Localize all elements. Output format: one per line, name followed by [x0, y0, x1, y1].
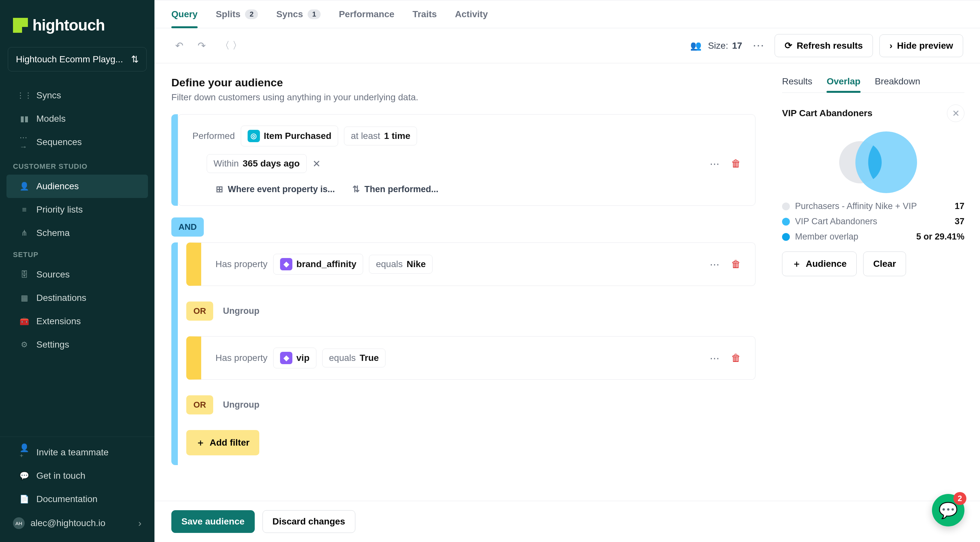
equals-chip-nike[interactable]: equals Nike: [369, 255, 433, 274]
nav-models[interactable]: ▮▮Models: [6, 107, 148, 131]
delete-rule-button[interactable]: 🗑: [731, 158, 741, 169]
nav-sources[interactable]: 🗄Sources: [6, 263, 148, 286]
sequences-icon: ⋯→: [19, 137, 29, 147]
preview-tab-results[interactable]: Results: [782, 76, 812, 92]
discard-changes-button[interactable]: Discard changes: [262, 510, 355, 533]
delete-rule-button-3[interactable]: 🗑: [731, 352, 741, 363]
nav-contact[interactable]: 💬Get in touch: [6, 464, 148, 488]
invite-icon: 👤⁺: [19, 448, 29, 457]
size-display: Size: 17: [708, 41, 742, 51]
syncs-icon: ⋮⋮: [19, 91, 29, 100]
brand-name: hightouch: [32, 16, 105, 34]
event-chip[interactable]: ◎Item Purchased: [241, 126, 339, 147]
builder-subtitle: Filter down customers using anything in …: [171, 92, 756, 102]
legend-dot-icon: [782, 233, 790, 241]
legend-dot-icon: [782, 218, 790, 226]
tab-splits[interactable]: Splits2: [216, 0, 258, 28]
chevron-right-icon: ›: [889, 41, 892, 51]
toolbar: ↶ ↷ 〈 〉 👥 Size: 17 ⋯ ⟳Refresh results ›H…: [154, 28, 980, 63]
add-filter-button[interactable]: ＋Add filter: [186, 430, 259, 455]
workspace-name: Hightouch Ecomm Playg...: [16, 54, 123, 65]
redo-button[interactable]: ↷: [194, 37, 210, 54]
code-toggle-button[interactable]: 〈 〉: [216, 37, 246, 55]
property-chip-vip[interactable]: ◆vip: [273, 348, 316, 368]
user-menu[interactable]: AH alec@hightouch.io ›: [0, 511, 154, 536]
nav-audiences[interactable]: 👤Audiences: [6, 175, 148, 198]
property-icon: ◆: [280, 352, 293, 364]
nav-schema[interactable]: ⋔Schema: [6, 222, 148, 245]
main-tabs: Query Splits2 Syncs1 Performance Traits …: [154, 0, 980, 28]
nav-extensions[interactable]: 🧰Extensions: [6, 309, 148, 333]
footer: Save audience Discard changes: [154, 501, 980, 542]
sidebar-bottom: 👤⁺Invite a teammate 💬Get in touch 📄Docum…: [0, 437, 154, 542]
legend-dot-icon: [782, 202, 790, 210]
rule-card-brand-affinity: Has property ◆brand_affinity equals Nike…: [186, 242, 756, 286]
preview-tab-overlap[interactable]: Overlap: [827, 76, 860, 92]
event-icon: ◎: [248, 130, 260, 142]
property-chip-brand-affinity[interactable]: ◆brand_affinity: [273, 254, 363, 274]
nav-syncs[interactable]: ⋮⋮Syncs: [6, 84, 148, 107]
rule-more-menu[interactable]: ⋯: [710, 158, 719, 169]
nav-settings[interactable]: ⚙Settings: [6, 333, 148, 356]
preview-tab-breakdown[interactable]: Breakdown: [875, 76, 920, 92]
add-audience-button[interactable]: ＋Audience: [782, 252, 857, 276]
user-avatar: AH: [13, 517, 25, 529]
save-audience-button[interactable]: Save audience: [171, 510, 255, 533]
extensions-icon: 🧰: [19, 316, 29, 326]
workspace-selector[interactable]: Hightouch Ecomm Playg... ⇅: [8, 47, 147, 72]
refresh-icon: ⟳: [785, 40, 792, 51]
overlap-legend: Purchasers - Affinity Nike + VIP17 VIP C…: [782, 201, 964, 242]
sources-icon: 🗄: [19, 270, 29, 279]
clear-button[interactable]: Clear: [863, 252, 906, 276]
close-overlap-button[interactable]: ✕: [947, 105, 964, 122]
tab-query[interactable]: Query: [171, 0, 197, 28]
or-connector-2[interactable]: OR: [186, 395, 213, 414]
more-menu[interactable]: ⋯: [749, 39, 768, 53]
chat-icon: 💬: [939, 501, 958, 520]
people-icon: 👥: [690, 40, 702, 51]
nav-docs[interactable]: 📄Documentation: [6, 488, 148, 511]
rule-group-2: Has property ◆brand_affinity equals Nike…: [171, 242, 756, 465]
and-connector[interactable]: AND: [171, 217, 204, 237]
hide-preview-button[interactable]: ›Hide preview: [880, 34, 963, 57]
or-connector-1[interactable]: OR: [186, 301, 213, 320]
intercom-launcher[interactable]: 💬 2: [932, 494, 964, 526]
rule-card-vip: Has property ◆vip equals True ⋯ 🗑: [186, 336, 756, 380]
logo[interactable]: hightouch: [0, 0, 154, 47]
refresh-results-button[interactable]: ⟳Refresh results: [775, 34, 873, 57]
nav-sequences[interactable]: ⋯→Sequences: [6, 131, 148, 154]
performed-label: Performed: [192, 131, 235, 141]
tab-traits[interactable]: Traits: [412, 0, 437, 28]
rule-card-performed: Performed ◎Item Purchased at least 1 tim…: [178, 114, 756, 206]
nav-priority-lists[interactable]: ≡Priority lists: [6, 198, 148, 222]
chat-icon: 💬: [19, 471, 29, 481]
venn-diagram: [782, 130, 964, 195]
plus-icon: ＋: [792, 258, 801, 270]
then-performed-button[interactable]: ⇅Then performed...: [352, 184, 438, 194]
tab-performance[interactable]: Performance: [339, 0, 394, 28]
chevron-updown-icon: ⇅: [131, 54, 138, 65]
property-icon: ◆: [280, 258, 293, 270]
filter-icon: ⇅: [352, 184, 360, 194]
equals-chip-true[interactable]: equals True: [322, 349, 386, 367]
destinations-icon: ▦: [19, 293, 29, 303]
has-property-label-1: Has property: [215, 259, 267, 269]
frequency-chip[interactable]: at least 1 time: [344, 127, 417, 145]
nav-invite[interactable]: 👤⁺Invite a teammate: [6, 441, 148, 464]
nav-header-setup: SETUP: [0, 245, 154, 263]
undo-button[interactable]: ↶: [171, 37, 187, 54]
tab-activity[interactable]: Activity: [455, 0, 488, 28]
within-chip[interactable]: Within 365 days ago: [207, 154, 307, 173]
schema-icon: ⋔: [19, 228, 29, 238]
ungroup-button-1[interactable]: Ungroup: [223, 306, 259, 316]
ungroup-button-2[interactable]: Ungroup: [223, 400, 259, 410]
rule-more-menu-2[interactable]: ⋯: [710, 259, 719, 270]
chat-unread-badge: 2: [953, 492, 966, 505]
remove-within-button[interactable]: ✕: [312, 158, 321, 169]
nav-destinations[interactable]: ▦Destinations: [6, 286, 148, 309]
where-event-property-button[interactable]: ⊞Where event property is...: [216, 184, 335, 194]
tab-syncs[interactable]: Syncs1: [276, 0, 321, 28]
legend-row: VIP Cart Abandoners37: [782, 217, 964, 226]
delete-rule-button-2[interactable]: 🗑: [731, 259, 741, 270]
rule-more-menu-3[interactable]: ⋯: [710, 352, 719, 364]
